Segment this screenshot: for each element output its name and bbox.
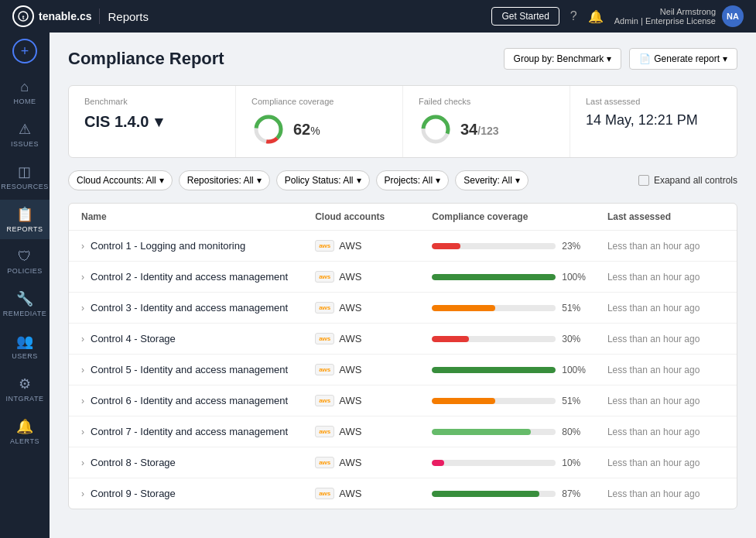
sidebar-item-reports[interactable]: 📋 REPORTS <box>0 200 50 239</box>
aws-logo-7: aws <box>319 459 330 466</box>
sidebar-label-home: HOME <box>14 98 36 105</box>
row-expand-icon-1[interactable]: › <box>81 272 84 283</box>
table-row[interactable]: › Control 3 - Identity and access manage… <box>69 293 737 324</box>
filter-policy-label: Policy Status: All <box>285 175 354 186</box>
filter-repositories[interactable]: Repositories: All ▾ <box>179 170 270 190</box>
row-cloud-1: aws AWS <box>315 271 432 283</box>
progress-bg-6 <box>432 429 556 435</box>
row-last-2: Less than an hour ago <box>607 303 724 314</box>
help-button[interactable]: ? <box>570 9 577 23</box>
filter-projects-label: Projects: All <box>385 175 433 186</box>
benchmark-label: Benchmark <box>84 97 220 106</box>
aws-logo-1: aws <box>319 273 330 280</box>
row-coverage-1: 100% <box>432 272 607 283</box>
sidebar: + ⌂ HOME ⚠ ISSUES ◫ RESOURCES 📋 REPORTS … <box>0 33 50 538</box>
user-info: Neil Armstrong Admin | Enterprise Licens… <box>614 5 744 27</box>
row-expand-icon-4[interactable]: › <box>81 365 84 375</box>
sidebar-label-policies: POLICIES <box>7 267 43 275</box>
user-avatar: NA <box>722 5 744 27</box>
table-body: › Control 1 - Logging and monitoring aws… <box>69 231 737 509</box>
table-row[interactable]: › Control 1 - Logging and monitoring aws… <box>69 231 737 262</box>
filter-cloud-label: Cloud Accounts: All <box>77 175 156 186</box>
pct-label-7: 10% <box>562 457 590 468</box>
progress-fill-2 <box>432 305 495 311</box>
col-header-name: Name <box>81 211 315 222</box>
row-coverage-8: 87% <box>432 488 607 499</box>
group-by-button[interactable]: Group by: Benchmark ▾ <box>504 48 622 70</box>
table-row[interactable]: › Control 9 - Storage aws AWS 87% Less t… <box>69 478 737 509</box>
row-cloud-label-1: AWS <box>339 271 361 283</box>
aws-badge-0: aws <box>315 240 334 252</box>
failed-value: 34/123 <box>419 112 554 146</box>
row-name-6: › Control 7 - Identity and access manage… <box>81 426 315 437</box>
compliance-value: 62% <box>251 112 387 146</box>
notifications-button[interactable]: 🔔 <box>588 9 604 24</box>
sidebar-item-issues[interactable]: ⚠ ISSUES <box>0 115 50 154</box>
expand-all-checkbox[interactable] <box>638 175 649 186</box>
sidebar-label-users: USERS <box>12 352 38 360</box>
filter-severity[interactable]: Severity: All ▾ <box>455 170 529 190</box>
compliance-donut <box>251 112 286 146</box>
row-coverage-6: 80% <box>432 427 607 437</box>
sidebar-item-alerts[interactable]: 🔔 ALERTS <box>0 412 50 451</box>
expand-all-controls[interactable]: Exapand all controls <box>638 175 737 186</box>
filter-cloud-accounts[interactable]: Cloud Accounts: All ▾ <box>68 170 173 190</box>
nav-divider <box>99 9 100 24</box>
summary-cards: Benchmark CIS 1.4.0 ▾ Compliance coverag… <box>68 85 737 158</box>
row-expand-icon-5[interactable]: › <box>81 396 84 406</box>
filter-projects[interactable]: Projects: All ▾ <box>376 170 450 190</box>
row-cloud-label-8: AWS <box>339 488 361 499</box>
filter-cloud-chevron: ▾ <box>159 175 164 186</box>
get-started-button[interactable]: Get Started <box>491 7 559 26</box>
row-cloud-label-4: AWS <box>339 364 361 375</box>
last-assessed-value: 14 May, 12:21 PM <box>586 112 721 129</box>
progress-fill-7 <box>432 460 444 466</box>
row-last-1: Less than an hour ago <box>607 272 724 283</box>
row-name-5: › Control 6 - Identity and access manage… <box>81 395 315 406</box>
table-row[interactable]: › Control 7 - Identity and access manage… <box>69 416 737 447</box>
nav-right: Get Started ? 🔔 Neil Armstrong Admin | E… <box>491 5 744 27</box>
row-expand-icon-3[interactable]: › <box>81 334 84 344</box>
sidebar-item-home[interactable]: ⌂ HOME <box>0 73 50 111</box>
table-row[interactable]: › Control 5 - Identity and access manage… <box>69 355 737 386</box>
row-expand-icon-0[interactable]: › <box>81 241 84 252</box>
progress-fill-6 <box>432 429 531 435</box>
row-name-1: › Control 2 - Identity and access manage… <box>81 271 315 283</box>
sidebar-item-users[interactable]: 👥 USERS <box>0 327 50 366</box>
table-row[interactable]: › Control 8 - Storage aws AWS 10% Less t… <box>69 447 737 478</box>
row-cloud-label-2: AWS <box>339 302 361 314</box>
sidebar-item-policies[interactable]: 🛡 POLICIES <box>0 242 50 281</box>
aws-logo-5: aws <box>319 397 330 404</box>
row-expand-icon-7[interactable]: › <box>81 457 84 468</box>
logo: t tenable.cs <box>12 5 91 27</box>
sidebar-item-resources[interactable]: ◫ RESOURCES <box>0 157 50 197</box>
row-expand-icon-2[interactable]: › <box>81 303 84 314</box>
row-expand-icon-6[interactable]: › <box>81 427 84 437</box>
row-last-5: Less than an hour ago <box>607 396 724 406</box>
aws-badge-7: aws <box>315 457 334 468</box>
row-cloud-8: aws AWS <box>315 488 432 499</box>
failed-count-value: 34/123 <box>460 121 499 139</box>
benchmark-value: CIS 1.4.0 ▾ <box>84 112 220 131</box>
row-coverage-7: 10% <box>432 457 607 468</box>
failed-label: Failed checks <box>419 97 554 106</box>
progress-fill-4 <box>432 367 556 373</box>
filter-policy-status[interactable]: Policy Status: All ▾ <box>276 170 370 190</box>
pct-label-6: 80% <box>562 427 590 437</box>
sidebar-item-remediate[interactable]: 🔧 REMEDIATE <box>0 284 50 324</box>
sidebar-item-integrate[interactable]: ⚙ INTGRATE <box>0 369 50 409</box>
row-control-name-1: Control 2 - Identity and access manageme… <box>91 271 288 283</box>
row-expand-icon-8[interactable]: › <box>81 488 84 499</box>
table-row[interactable]: › Control 4 - Storage aws AWS 30% Less t… <box>69 324 737 355</box>
table-row[interactable]: › Control 2 - Identity and access manage… <box>69 262 737 293</box>
benchmark-select[interactable]: CIS 1.4.0 ▾ <box>84 112 162 131</box>
users-icon: 👥 <box>16 333 34 350</box>
filter-bar: Cloud Accounts: All ▾ Repositories: All … <box>68 170 737 190</box>
progress-bg-2 <box>432 305 556 311</box>
last-assessed-label: Last assessed <box>586 97 721 106</box>
aws-logo-6: aws <box>319 428 330 435</box>
generate-report-button[interactable]: 📄 Generate report ▾ <box>629 48 737 70</box>
table-row[interactable]: › Control 6 - Identity and access manage… <box>69 386 737 416</box>
add-button[interactable]: + <box>12 39 37 63</box>
aws-logo-3: aws <box>319 335 330 342</box>
